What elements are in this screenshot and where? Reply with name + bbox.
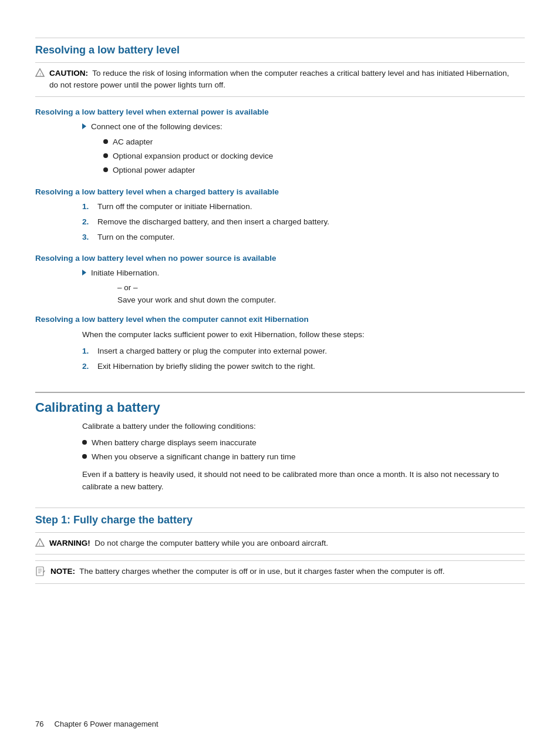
list-item: When battery charge displays seem inaccu… — [82, 437, 525, 449]
list-item-text: When you observe a significant change in… — [92, 451, 295, 463]
list-item: Initiate Hibernation. — [82, 267, 525, 279]
exit-hibernation-intro: When the computer lacks sufficient power… — [82, 328, 525, 341]
subsection-exit-hibernation: Resolving a low battery level when the c… — [35, 315, 525, 373]
device-list: AC adapter Optional expansion product or… — [103, 136, 525, 177]
list-item-text: Optional expansion product or docking de… — [113, 150, 273, 162]
note-label: NOTE: — [50, 567, 75, 576]
calibrating-note: Even if a battery is heavily used, it sh… — [82, 468, 525, 493]
exit-hibernation-steps: 1.Insert a charged battery or plug the c… — [82, 345, 525, 373]
section-resolving-title: Resolving a low battery level — [35, 38, 525, 56]
charged-battery-content: 1.Turn off the computer or initiate Hibe… — [82, 201, 525, 244]
page-footer: 76 Chapter 6 Power management — [35, 720, 158, 728]
caution-label: CAUTION: — [49, 69, 88, 78]
list-item: Optional power adapter — [103, 164, 525, 176]
charged-battery-steps: 1.Turn off the computer or initiate Hibe… — [82, 201, 525, 244]
calibrating-intro: Calibrate a battery under the following … — [82, 420, 525, 433]
note-page-icon — [35, 566, 46, 579]
list-item: 1.Insert a charged battery or plug the c… — [82, 345, 525, 357]
svg-text:!: ! — [40, 72, 41, 77]
caution-text: CAUTION: To reduce the risk of losing in… — [49, 68, 518, 92]
section-step1: Step 1: Fully charge the battery ! WARNI… — [35, 508, 525, 584]
no-power-list: Initiate Hibernation. — [82, 267, 525, 279]
footer-page-num: 76 — [35, 720, 43, 728]
bullet-icon — [103, 139, 108, 144]
warning-text: WARNING! Do not charge the computer batt… — [49, 537, 328, 549]
no-power-content: Initiate Hibernation. – or – Save your w… — [82, 267, 525, 304]
bullet-icon — [103, 167, 108, 172]
section-calibrating-title: Calibrating a battery — [35, 392, 525, 415]
list-item: When you observe a significant change in… — [82, 451, 525, 463]
step-text: Exit Hibernation by briefly sliding the … — [97, 361, 315, 372]
triangle-icon — [82, 123, 86, 129]
or-separator: – or – — [117, 283, 525, 292]
external-power-list: Connect one of the following devices: — [82, 121, 525, 133]
subsection-no-power-title: Resolving a low battery level when no po… — [35, 254, 525, 263]
list-item: 2.Exit Hibernation by briefly sliding th… — [82, 361, 525, 372]
list-item: AC adapter — [103, 136, 525, 148]
step-num: 2. — [82, 216, 93, 228]
note-body: The battery charges whether the computer… — [79, 567, 444, 576]
subsection-exit-hibernation-title: Resolving a low battery level when the c… — [35, 315, 525, 324]
alt-action-text: Save your work and shut down the compute… — [117, 295, 525, 304]
step-text: Insert a charged battery or plug the com… — [97, 345, 327, 357]
list-item-text: Optional power adapter — [113, 164, 195, 176]
external-power-content: Connect one of the following devices: AC… — [82, 121, 525, 177]
step-text: Turn off the computer or initiate Hibern… — [97, 201, 252, 213]
exit-hibernation-content: 1.Insert a charged battery or plug the c… — [82, 345, 525, 373]
list-item: Optional expansion product or docking de… — [103, 150, 525, 162]
step-num: 3. — [82, 231, 93, 243]
bullet-icon — [103, 153, 108, 158]
calibrating-list: When battery charge displays seem inaccu… — [82, 437, 525, 463]
bullet-icon — [82, 454, 87, 459]
warning-body: Do not charge the computer battery while… — [95, 539, 328, 547]
subsection-charged-battery: Resolving a low battery level when a cha… — [35, 187, 525, 244]
note-text: NOTE: The battery charges whether the co… — [50, 566, 445, 577]
subsection-charged-battery-title: Resolving a low battery level when a cha… — [35, 187, 525, 196]
warning-label: WARNING! — [49, 539, 90, 547]
subsection-no-power: Resolving a low battery level when no po… — [35, 254, 525, 304]
section-calibrating: Calibrating a battery Calibrate a batter… — [35, 392, 525, 493]
step-text: Remove the discharged battery, and then … — [97, 216, 329, 228]
section-step1-title: Step 1: Fully charge the battery — [35, 508, 525, 526]
list-item-text: When battery charge displays seem inaccu… — [92, 437, 257, 449]
list-item-text: Initiate Hibernation. — [91, 267, 159, 279]
step-num: 1. — [82, 201, 93, 213]
subsection-external-power: Resolving a low battery level when exter… — [35, 107, 525, 177]
list-item-text: AC adapter — [113, 136, 153, 148]
caution-triangle-icon: ! — [35, 68, 45, 79]
list-item: 2.Remove the discharged battery, and the… — [82, 216, 525, 228]
subsection-external-power-title: Resolving a low battery level when exter… — [35, 107, 525, 116]
warning-triangle-icon: ! — [35, 538, 45, 549]
svg-text:!: ! — [39, 542, 41, 547]
caution-box: ! CAUTION: To reduce the risk of losing … — [35, 62, 525, 97]
section-resolving: Resolving a low battery level ! CAUTION:… — [35, 38, 525, 373]
triangle-icon — [82, 270, 86, 275]
list-item: 1.Turn off the computer or initiate Hibe… — [82, 201, 525, 213]
note-box: NOTE: The battery charges whether the co… — [35, 560, 525, 584]
caution-body: To reduce the risk of losing information… — [49, 69, 509, 89]
step-num: 2. — [82, 361, 93, 372]
step-text: Turn on the computer. — [97, 231, 175, 243]
list-item: Connect one of the following devices: — [82, 121, 525, 133]
list-item: 3.Turn on the computer. — [82, 231, 525, 243]
list-item-text: Connect one of the following devices: — [91, 121, 222, 133]
footer-chapter: Chapter 6 Power management — [55, 720, 158, 728]
bullet-icon — [82, 440, 87, 445]
step-num: 1. — [82, 345, 93, 357]
warning-box: ! WARNING! Do not charge the computer ba… — [35, 532, 525, 555]
